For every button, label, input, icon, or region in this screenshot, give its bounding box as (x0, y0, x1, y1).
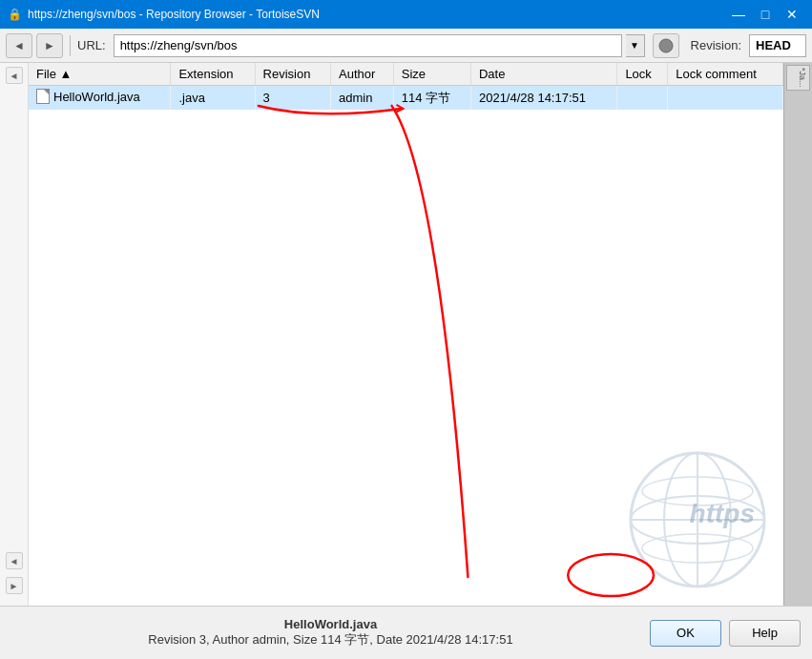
scroll-left-button[interactable]: ◄ (6, 552, 23, 569)
svg-point-8 (568, 554, 654, 596)
svg-point-1 (631, 453, 764, 587)
column-lock-comment[interactable]: Lock comment (668, 63, 783, 86)
minimize-button[interactable]: — (726, 5, 751, 24)
revision-label: Revision: (691, 38, 741, 52)
cell-lock (617, 86, 668, 111)
forward-button[interactable]: ► (36, 33, 63, 58)
cell-extension: .java (171, 86, 255, 111)
column-size[interactable]: Size (393, 63, 470, 86)
main-area: ◄ ◄ ► File ▲ Extension Revision Author S… (0, 63, 812, 606)
title-bar-left: 🔒 https://zheng/svn/bos - Repository Bro… (8, 8, 320, 21)
status-buttons: OK Help (650, 620, 801, 647)
column-file[interactable]: File ▲ (29, 63, 171, 86)
svg-point-7 (642, 534, 753, 563)
url-input[interactable] (114, 34, 622, 57)
watermark-globe (621, 443, 774, 596)
svg-point-0 (659, 39, 673, 52)
close-button[interactable]: ✕ (780, 5, 804, 24)
file-doc-icon (36, 89, 50, 104)
cell-author: admin (331, 86, 394, 111)
window-title: https://zheng/svn/bos - Repository Brows… (28, 8, 320, 21)
status-info: Revision 3, Author admin, Size 114 字节, D… (11, 631, 650, 649)
url-dropdown-button[interactable]: ▼ (626, 34, 645, 57)
back-button[interactable]: ◄ (6, 33, 32, 58)
go-button[interactable] (653, 33, 679, 58)
column-author[interactable]: Author (331, 63, 394, 86)
column-revision[interactable]: Revision (255, 63, 330, 86)
status-text: HelloWorld.java Revision 3, Author admin… (11, 617, 650, 649)
column-lock[interactable]: Lock (617, 63, 668, 86)
url-label: URL: (77, 38, 106, 52)
toolbar: ◄ ► URL: ▼ Revision: (0, 29, 812, 63)
title-bar: 🔒 https://zheng/svn/bos - Repository Bro… (0, 0, 812, 29)
svg-point-5 (631, 496, 764, 544)
cell-file: HelloWorld.java (29, 86, 171, 111)
scroll-right-button[interactable]: ► (6, 577, 23, 594)
watermark-text: https (690, 499, 755, 529)
left-panel: ◄ ◄ ► (0, 63, 29, 606)
cell-revision: 3 (255, 86, 330, 111)
toolbar-separator (70, 35, 71, 56)
go-icon (658, 38, 674, 53)
expand-left-button[interactable]: ◄ (6, 67, 23, 84)
ok-button[interactable]: OK (650, 620, 721, 647)
column-date[interactable]: Date (470, 63, 616, 86)
svg-point-2 (664, 453, 731, 587)
file-table: File ▲ Extension Revision Author Size Da… (29, 63, 783, 110)
file-table-body: HelloWorld.java.java3admin114 字节2021/4/2… (29, 86, 783, 111)
cell-date: 2021/4/28 14:17:51 (470, 86, 616, 111)
cell-size: 114 字节 (393, 86, 470, 111)
app-icon: 🔒 (8, 8, 22, 21)
table-header: File ▲ Extension Revision Author Size Da… (29, 63, 783, 86)
revision-input[interactable] (749, 34, 806, 57)
status-filename: HelloWorld.java (11, 617, 650, 631)
table-row[interactable]: HelloWorld.java.java3admin114 字节2021/4/2… (29, 86, 783, 111)
right-edge-panel: *Ja... (783, 63, 812, 606)
left-panel-bottom: ◄ ► (6, 552, 23, 598)
svg-point-6 (642, 477, 753, 505)
help-button[interactable]: Help (729, 620, 801, 647)
column-extension[interactable]: Extension (171, 63, 255, 86)
file-area: File ▲ Extension Revision Author Size Da… (29, 63, 783, 606)
cell-lock-comment (668, 86, 783, 111)
annotation-svg (29, 63, 783, 606)
maximize-button[interactable]: □ (753, 5, 778, 24)
status-bar: HelloWorld.java Revision 3, Author admin… (0, 606, 812, 659)
title-bar-controls: — □ ✕ (726, 5, 804, 24)
right-edge-tab[interactable]: *Ja... (786, 65, 810, 91)
